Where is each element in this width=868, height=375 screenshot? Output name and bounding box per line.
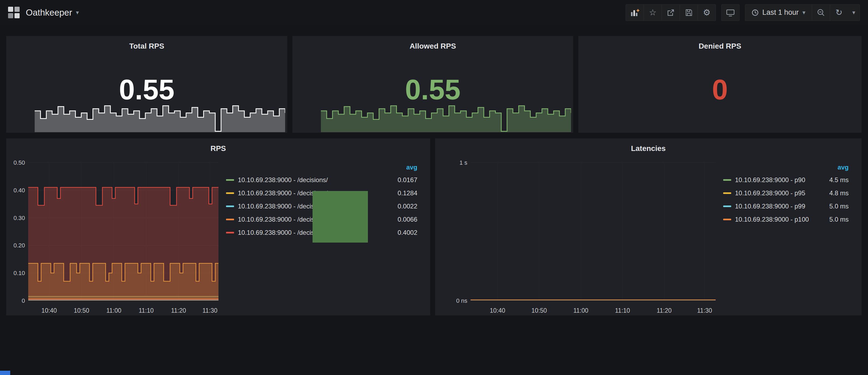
panel-denied-rps: Denied RPS 0 <box>578 36 862 133</box>
time-controls-group: Last 1 hour ▾ ↻ ▾ <box>745 4 860 21</box>
series-color-marker[interactable] <box>723 179 731 181</box>
svg-text:0.20: 0.20 <box>13 242 25 249</box>
series-label[interactable]: 10.10.69.238:9000 - p99 <box>735 202 805 210</box>
series-color-marker[interactable] <box>226 192 234 194</box>
series-avg-value: 5.0 ms <box>824 216 849 223</box>
panel-latencies: Latencies 0 ns1 s10:4010:5011:0011:1011:… <box>435 138 862 315</box>
series-color-marker[interactable] <box>226 232 234 233</box>
svg-text:11:00: 11:00 <box>573 307 588 314</box>
logo-square <box>8 7 13 12</box>
svg-text:10:50: 10:50 <box>74 307 89 314</box>
zoom-out-button[interactable] <box>812 4 830 21</box>
series-color-marker[interactable] <box>226 206 234 207</box>
tv-mode-button[interactable] <box>721 4 739 21</box>
chevron-down-icon: ▾ <box>802 9 805 16</box>
panel-title[interactable]: Allowed RPS <box>292 36 573 51</box>
panel-title[interactable]: Latencies <box>435 138 862 153</box>
svg-text:11:00: 11:00 <box>106 307 121 314</box>
rps-chart[interactable]: 00.100.200.300.400.5010:4010:5011:0011:1… <box>6 154 223 315</box>
stat-value: 0 <box>578 75 862 104</box>
series-label[interactable]: 10.10.69.238:9000 - /decisions/ <box>238 176 328 184</box>
add-panel-icon <box>630 8 639 17</box>
panel-rps: RPS 00.100.200.300.400.5010:4010:5011:00… <box>6 138 430 315</box>
save-dashboard-button[interactable] <box>680 4 698 21</box>
svg-text:11:10: 11:10 <box>615 307 630 314</box>
panel-title[interactable]: Total RPS <box>6 36 287 51</box>
total-rps-sparkline <box>35 99 285 132</box>
share-icon <box>667 9 675 17</box>
share-dashboard-button[interactable] <box>662 4 680 21</box>
chevron-down-icon: ▾ <box>852 9 855 16</box>
series-avg-value: 0.4002 <box>392 229 417 237</box>
dashboard-title: Oathkeeper <box>26 7 72 18</box>
series-avg-value: 0.0167 <box>392 176 417 184</box>
dashboard-actions-group: ☆ ⚙ <box>626 4 716 21</box>
series-color-marker[interactable] <box>723 206 731 207</box>
svg-text:10:40: 10:40 <box>490 307 505 314</box>
chevron-down-icon: ▾ <box>76 9 79 16</box>
save-icon <box>685 9 693 17</box>
svg-text:0.50: 0.50 <box>13 159 25 166</box>
time-range-label: Last 1 hour <box>763 8 799 17</box>
panel-allowed-rps: Allowed RPS 0.55 <box>292 36 573 133</box>
panel-title[interactable]: Denied RPS <box>578 36 862 51</box>
series-avg-value: 0.1284 <box>392 189 417 197</box>
svg-text:10:40: 10:40 <box>41 307 57 314</box>
svg-text:0.40: 0.40 <box>13 187 25 194</box>
dashboard-settings-button[interactable]: ⚙ <box>698 4 716 21</box>
navbar: Oathkeeper ▾ ☆ <box>0 0 868 25</box>
series-color-marker[interactable] <box>723 192 731 194</box>
star-dashboard-button[interactable]: ☆ <box>644 4 662 21</box>
graph-body: 0 ns1 s10:4010:5011:0011:1011:2011:30 av… <box>435 154 862 315</box>
series-label[interactable]: 10.10.69.238:9000 - p95 <box>735 189 805 197</box>
svg-text:0.10: 0.10 <box>13 270 25 276</box>
series-avg-value: 5.0 ms <box>824 202 849 210</box>
grafana-logo[interactable] <box>8 7 20 19</box>
svg-text:11:20: 11:20 <box>171 307 186 314</box>
logo-square <box>8 13 13 18</box>
svg-text:11:30: 11:30 <box>203 307 217 314</box>
series-label[interactable]: 10.10.69.238:9000 - p90 <box>735 176 805 184</box>
dashboard-title-dropdown[interactable]: Oathkeeper ▾ <box>26 7 79 18</box>
zoom-out-icon <box>817 9 825 17</box>
svg-text:0 ns: 0 ns <box>456 298 467 304</box>
legend-item[interactable]: 10.10.69.238:9000 - p100 5.0 ms <box>723 213 849 226</box>
logo-square <box>14 7 20 12</box>
svg-text:11:30: 11:30 <box>697 307 712 314</box>
latencies-chart[interactable]: 0 ns1 s10:4010:5011:0011:1011:2011:30 <box>435 154 720 315</box>
refresh-button[interactable]: ↻ <box>830 4 848 21</box>
legend-item[interactable]: 10.10.69.238:9000 - p90 4.5 ms <box>723 173 849 186</box>
legend-avg-header: avg <box>226 164 417 173</box>
series-color-marker[interactable] <box>226 219 234 220</box>
legend-avg-header: avg <box>723 164 849 173</box>
logo-square <box>14 13 20 18</box>
clock-icon <box>752 9 758 16</box>
svg-text:0: 0 <box>22 298 25 304</box>
green-overlay-box <box>313 191 368 243</box>
series-avg-value: 4.8 ms <box>824 189 849 197</box>
panel-title[interactable]: RPS <box>6 138 430 153</box>
latencies-legend: avg 10.10.69.238:9000 - p90 4.5 ms 10.10… <box>720 154 862 315</box>
series-avg-value: 0.0022 <box>392 202 417 210</box>
add-panel-button[interactable] <box>626 4 644 21</box>
graph-body: 00.100.200.300.400.5010:4010:5011:0011:1… <box>6 154 430 315</box>
legend-item[interactable]: 10.10.69.238:9000 - /decisions/ 0.0167 <box>226 173 417 186</box>
navbar-right: ☆ ⚙ <box>620 4 860 21</box>
star-icon: ☆ <box>649 7 656 18</box>
svg-text:1 s: 1 s <box>460 159 467 166</box>
series-color-marker[interactable] <box>723 219 731 220</box>
view-mode-group <box>721 4 740 21</box>
refresh-interval-dropdown[interactable]: ▾ <box>848 4 860 21</box>
refresh-icon: ↻ <box>835 7 842 18</box>
svg-text:11:10: 11:10 <box>139 307 154 314</box>
svg-text:11:20: 11:20 <box>657 307 672 314</box>
svg-text:10:50: 10:50 <box>532 307 547 314</box>
legend-item[interactable]: 10.10.69.238:9000 - p95 4.8 ms <box>723 186 849 199</box>
series-label[interactable]: 10.10.69.238:9000 - p100 <box>735 216 809 223</box>
allowed-rps-sparkline <box>321 99 571 132</box>
gear-icon: ⚙ <box>703 7 711 18</box>
series-color-marker[interactable] <box>226 179 234 181</box>
svg-text:0.30: 0.30 <box>13 215 25 221</box>
time-range-picker[interactable]: Last 1 hour ▾ <box>745 4 812 21</box>
legend-item[interactable]: 10.10.69.238:9000 - p99 5.0 ms <box>723 199 849 213</box>
